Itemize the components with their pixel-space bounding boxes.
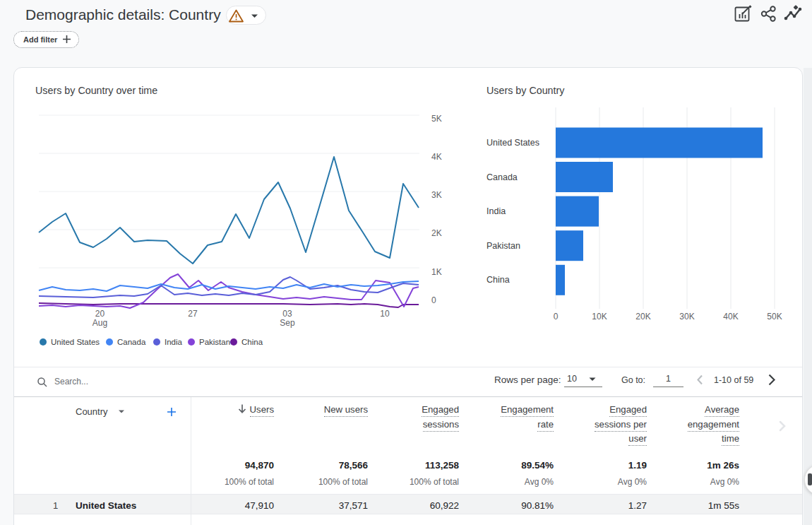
svg-text:0: 0 <box>554 312 559 322</box>
svg-text:India: India <box>486 206 506 216</box>
svg-text:10: 10 <box>380 309 390 319</box>
svg-text:03: 03 <box>282 309 292 319</box>
svg-text:50K: 50K <box>767 312 782 322</box>
svg-text:Canada: Canada <box>486 172 518 182</box>
svg-text:5K: 5K <box>431 114 442 124</box>
svg-text:1K: 1K <box>431 267 442 277</box>
svg-text:4K: 4K <box>431 152 442 162</box>
svg-text:10K: 10K <box>592 312 607 322</box>
svg-text:20: 20 <box>95 309 105 319</box>
svg-text:30K: 30K <box>679 312 694 322</box>
svg-text:0: 0 <box>431 295 436 305</box>
svg-text:2K: 2K <box>431 228 442 238</box>
svg-text:China: China <box>486 275 510 285</box>
svg-text:United States: United States <box>486 138 539 148</box>
svg-text:3K: 3K <box>431 190 442 200</box>
svg-text:20K: 20K <box>635 312 650 322</box>
svg-text:Pakistan: Pakistan <box>486 241 520 251</box>
svg-text:Sep: Sep <box>280 318 295 328</box>
svg-text:27: 27 <box>188 309 198 319</box>
svg-text:Aug: Aug <box>92 318 107 328</box>
svg-text:40K: 40K <box>723 312 738 322</box>
